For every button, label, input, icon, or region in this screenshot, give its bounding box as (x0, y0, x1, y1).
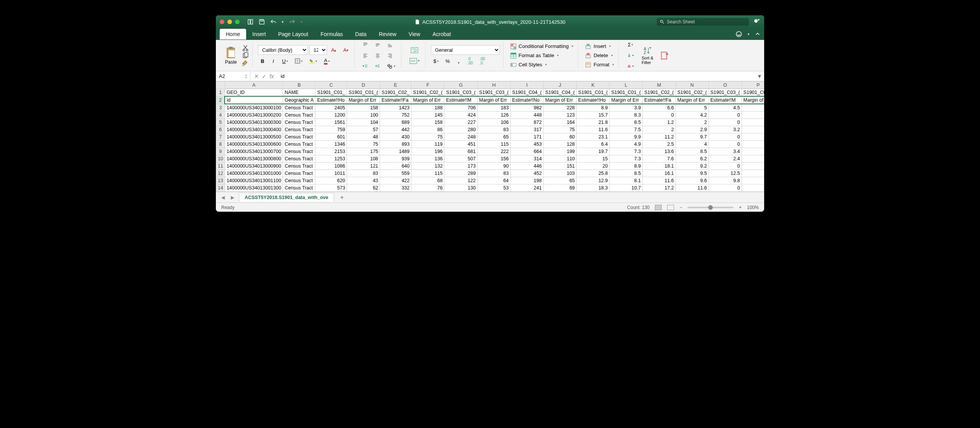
align-left-button[interactable] (360, 51, 371, 60)
cell[interactable]: 332 (380, 184, 411, 192)
cell[interactable]: 448 (510, 112, 543, 119)
cell[interactable]: 1400000US34013001000 (225, 170, 283, 177)
cell[interactable]: 4.2 (676, 112, 709, 119)
cell[interactable]: 872 (510, 119, 543, 126)
cell[interactable]: 2 (676, 119, 709, 126)
cell[interactable]: S1901_C02_ (380, 89, 411, 97)
cell[interactable]: 13.3 (742, 119, 764, 126)
sheet-nav-prev[interactable]: ◀ (220, 195, 226, 200)
cell[interactable]: 15 (577, 155, 610, 163)
close-button[interactable] (220, 20, 224, 24)
cell[interactable]: 16.1 (643, 170, 676, 177)
cell[interactable]: 145 (411, 112, 444, 119)
cell[interactable]: 4.9 (610, 141, 643, 148)
tab-data[interactable]: Data (349, 29, 373, 40)
cancel-formula-icon[interactable]: ✕ (254, 73, 259, 79)
cell[interactable]: 8.5 (676, 148, 709, 155)
column-header-B[interactable]: B (283, 82, 316, 89)
cell[interactable]: 11.2 (643, 133, 676, 141)
cell[interactable]: 1400000US34013000700 (225, 148, 283, 155)
cell[interactable]: 1011 (316, 170, 347, 177)
cell[interactable]: 8.1 (610, 177, 643, 184)
percent-button[interactable]: % (443, 56, 453, 66)
cell[interactable]: 53 (477, 184, 510, 192)
cell[interactable]: 681 (444, 148, 477, 155)
cell[interactable]: 227 (444, 119, 477, 126)
cell[interactable]: 75 (411, 133, 444, 141)
cell[interactable]: 228 (543, 104, 576, 112)
fill-color-button[interactable]: ▾ (307, 56, 320, 66)
tab-view[interactable]: View (403, 29, 426, 40)
cell[interactable]: 0 (709, 112, 742, 119)
cell[interactable]: 43 (347, 177, 380, 184)
workbook-icon[interactable] (247, 19, 253, 25)
cell[interactable]: 10.7 (610, 184, 643, 192)
name-box[interactable]: A2▴▾ (216, 71, 250, 81)
border-button[interactable]: ▾ (292, 56, 305, 66)
maximize-button[interactable] (235, 20, 240, 24)
number-format-select[interactable]: General (431, 45, 500, 55)
decrease-font-button[interactable]: A▾ (340, 46, 351, 55)
cell[interactable]: 222 (477, 148, 510, 155)
cell[interactable]: 83 (347, 170, 380, 177)
zoom-out-button[interactable]: − (679, 205, 682, 210)
cell[interactable]: 1400000US34013000100 (225, 104, 283, 112)
cell[interactable]: S1901_C03_( (477, 89, 510, 97)
cell[interactable]: 151 (543, 163, 576, 170)
column-header-L[interactable]: L (610, 82, 643, 89)
row-header-12[interactable]: 12 (216, 170, 225, 177)
cell[interactable]: Margin of Err (742, 96, 764, 104)
cell[interactable]: 422 (380, 177, 411, 184)
cell[interactable]: Census Tract (283, 126, 316, 133)
cell[interactable]: 939 (380, 155, 411, 163)
tab-acrobat[interactable]: Acrobat (426, 29, 457, 40)
cell[interactable]: 19.7 (577, 148, 610, 155)
cell[interactable]: 893 (380, 141, 411, 148)
cell[interactable]: Estimate!!Fa (643, 96, 676, 104)
cell[interactable]: 198 (510, 177, 543, 184)
format-as-table-button[interactable]: Format as Table▾ (509, 52, 575, 59)
cell[interactable]: 188 (411, 104, 444, 112)
undo-dropdown[interactable]: ▾ (282, 20, 284, 24)
column-header-N[interactable]: N (676, 82, 709, 89)
smiley-icon[interactable] (735, 31, 742, 38)
column-header-M[interactable]: M (643, 82, 676, 89)
column-header-H[interactable]: H (477, 82, 510, 89)
cell[interactable]: 2.9 (676, 126, 709, 133)
accept-formula-icon[interactable]: ✓ (262, 73, 266, 79)
cell[interactable]: 452 (510, 170, 543, 177)
cell[interactable]: 196 (411, 148, 444, 155)
cell[interactable]: 164 (543, 119, 576, 126)
tab-home[interactable]: Home (220, 29, 246, 40)
cell[interactable]: 75 (347, 141, 380, 148)
cell[interactable]: 4.5 (709, 104, 742, 112)
cell[interactable]: 6.6 (643, 104, 676, 112)
conditional-formatting-button[interactable]: Conditional Formatting▾ (509, 43, 575, 50)
tab-review[interactable]: Review (373, 29, 403, 40)
row-header-1[interactable]: 1 (216, 89, 225, 97)
cell[interactable]: Geographic A (283, 96, 316, 104)
cell[interactable]: 9.2 (676, 163, 709, 170)
cell[interactable]: 65 (543, 177, 576, 184)
cell[interactable]: GEO_ID (225, 89, 283, 97)
cell[interactable]: S1901_C01_ (316, 89, 347, 97)
cell[interactable]: 1200 (316, 112, 347, 119)
page-layout-view-button[interactable] (667, 205, 674, 210)
row-header-8[interactable]: 8 (216, 141, 225, 148)
cell[interactable]: Census Tract (283, 177, 316, 184)
cell-styles-button[interactable]: Cell Styles▾ (509, 61, 575, 69)
cell[interactable]: 7.3 (610, 148, 643, 155)
cell[interactable]: 446 (510, 163, 543, 170)
cell[interactable]: S1901_C02_( (411, 89, 444, 97)
zoom-level[interactable]: 100% (747, 205, 759, 210)
cell[interactable]: 18.1 (643, 163, 676, 170)
column-header-I[interactable]: I (510, 82, 543, 89)
cell[interactable]: 248 (444, 133, 477, 141)
cell[interactable]: Margin of Err (477, 96, 510, 104)
cell[interactable]: 13.9 (742, 170, 764, 177)
cell[interactable]: 158 (411, 119, 444, 126)
row-header-11[interactable]: 11 (216, 163, 225, 170)
cell[interactable]: Margin of Err (610, 96, 643, 104)
undo-icon[interactable] (270, 19, 276, 25)
select-all-corner[interactable] (216, 82, 225, 89)
